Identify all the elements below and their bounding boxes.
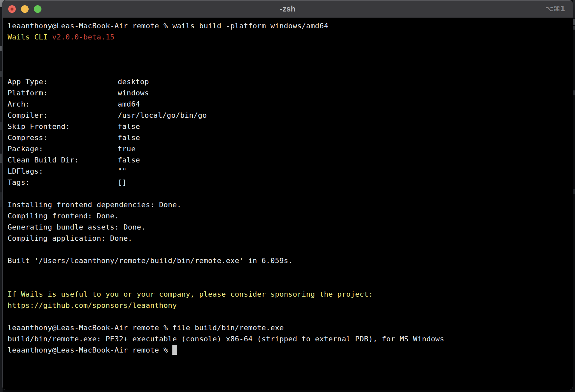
blank-line	[8, 311, 569, 322]
config-row-compiler: Compiler:/usr/local/go/bin/go	[8, 110, 569, 121]
built-result-line: Built '/Users/leaanthony/remote/build/bi…	[8, 255, 569, 266]
terminal-window: -zsh ⌥⌘1 leaanthony@Leas-MacBook-Air rem…	[2, 0, 573, 390]
blank-line	[8, 244, 569, 255]
zoom-button[interactable]	[34, 5, 41, 13]
close-dot-icon	[11, 8, 13, 11]
blank-line	[8, 278, 569, 289]
traffic-light-buttons	[8, 0, 41, 17]
step-compile-application: Compiling application: Done.	[8, 233, 569, 244]
wails-version-line: Wails CLI v2.0.0-beta.15	[8, 32, 569, 43]
config-row-tags: Tags:[]	[8, 177, 569, 188]
config-row-platform: Platform:windows	[8, 87, 569, 99]
prompt-line-3: leaanthony@Leas-MacBook-Air remote %	[8, 345, 569, 356]
close-button[interactable]	[8, 5, 16, 13]
blank-line	[8, 188, 569, 199]
step-compile-frontend: Compiling frontend: Done.	[8, 210, 569, 222]
window-titlebar[interactable]: -zsh ⌥⌘1	[3, 0, 573, 18]
window-title: -zsh	[280, 5, 295, 13]
config-row-compress: Compress:false	[8, 132, 569, 143]
blank-line	[8, 43, 569, 54]
wails-cli-version: v2.0.0-beta.15	[52, 33, 114, 41]
wails-cli-label: Wails CLI	[8, 33, 52, 41]
config-row-skip-frontend: Skip Frontend:false	[8, 121, 569, 132]
blank-line	[8, 54, 569, 65]
prompt-text: leaanthony@Leas-MacBook-Air remote %	[8, 346, 172, 354]
file-output-line: build/bin/remote.exe: PE32+ executable (…	[8, 333, 569, 345]
blank-line	[8, 65, 569, 76]
config-row-clean-build-dir: Clean Build Dir:false	[8, 155, 569, 166]
minimize-button[interactable]	[21, 5, 29, 13]
config-row-app-type: App Type:desktop	[8, 76, 569, 87]
prompt-line-1: leaanthony@Leas-MacBook-Air remote % wai…	[8, 20, 569, 32]
background-window-right-edge	[573, 0, 575, 392]
prompt-line-2: leaanthony@Leas-MacBook-Air remote % fil…	[8, 322, 569, 333]
config-row-package: Package:true	[8, 143, 569, 155]
window-shortcut-badge: ⌥⌘1	[545, 0, 565, 17]
config-row-arch: Arch:amd64	[8, 99, 569, 110]
step-generate-assets: Generating bundle assets: Done.	[8, 222, 569, 233]
sponsor-url-line: https://github.com/sponsors/leaanthony	[8, 300, 569, 311]
terminal-cursor[interactable]	[172, 345, 177, 355]
step-install-deps: Installing frontend dependencies: Done.	[8, 199, 569, 210]
blank-line	[8, 266, 569, 278]
sponsor-message-line: If Wails is useful to you or your compan…	[8, 289, 569, 300]
config-row-ldflags: LDFlags:""	[8, 166, 569, 177]
terminal-content[interactable]: leaanthony@Leas-MacBook-Air remote % wai…	[3, 18, 573, 356]
